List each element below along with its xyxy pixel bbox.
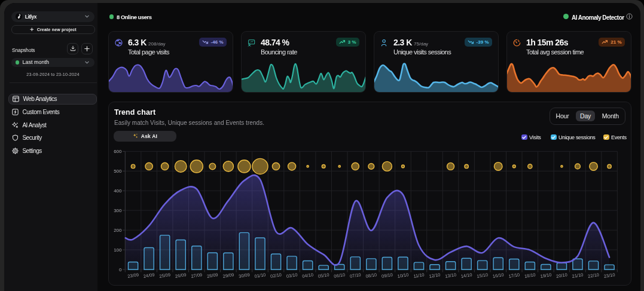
svg-text:09/10: 09/10 [381, 272, 393, 279]
svg-text:01/10: 01/10 [254, 272, 266, 279]
svg-text:23/09: 23/09 [127, 272, 139, 279]
svg-text:25/09: 25/09 [159, 272, 171, 279]
svg-text:11/10: 11/10 [413, 272, 425, 279]
svg-text:21/10: 21/10 [572, 272, 584, 279]
svg-text:24/09: 24/09 [143, 272, 155, 279]
svg-text:26/09: 26/09 [175, 272, 187, 279]
svg-text:20/10: 20/10 [556, 272, 567, 279]
svg-text:04/10: 04/10 [302, 272, 314, 279]
svg-text:05/10: 05/10 [318, 272, 329, 279]
svg-text:0: 0 [119, 267, 122, 272]
svg-text:500: 500 [114, 169, 122, 174]
svg-text:19/10: 19/10 [540, 272, 552, 279]
svg-text:06/10: 06/10 [334, 272, 346, 279]
svg-text:100: 100 [114, 247, 122, 253]
svg-text:300: 300 [114, 208, 122, 213]
svg-text:29/09: 29/09 [222, 272, 234, 279]
svg-text:17/10: 17/10 [508, 272, 520, 279]
svg-text:15/10: 15/10 [477, 272, 489, 279]
svg-text:13/10: 13/10 [445, 272, 457, 279]
svg-text:08/10: 08/10 [365, 272, 377, 279]
svg-text:23/10: 23/10 [603, 272, 615, 279]
svg-text:10/10: 10/10 [397, 272, 409, 279]
svg-text:600: 600 [114, 149, 122, 154]
svg-text:30/09: 30/09 [238, 272, 250, 279]
svg-text:16/10: 16/10 [492, 272, 504, 279]
svg-text:02/10: 02/10 [270, 272, 282, 279]
svg-text:400: 400 [114, 188, 122, 194]
svg-text:200: 200 [114, 228, 122, 233]
svg-text:28/09: 28/09 [206, 272, 218, 279]
svg-text:27/09: 27/09 [191, 272, 203, 279]
svg-text:18/10: 18/10 [524, 272, 536, 279]
svg-text:07/10: 07/10 [349, 272, 361, 279]
svg-text:14/10: 14/10 [460, 272, 472, 279]
svg-text:03/10: 03/10 [286, 272, 298, 279]
svg-text:22/10: 22/10 [588, 272, 600, 279]
svg-text:12/10: 12/10 [429, 272, 441, 279]
